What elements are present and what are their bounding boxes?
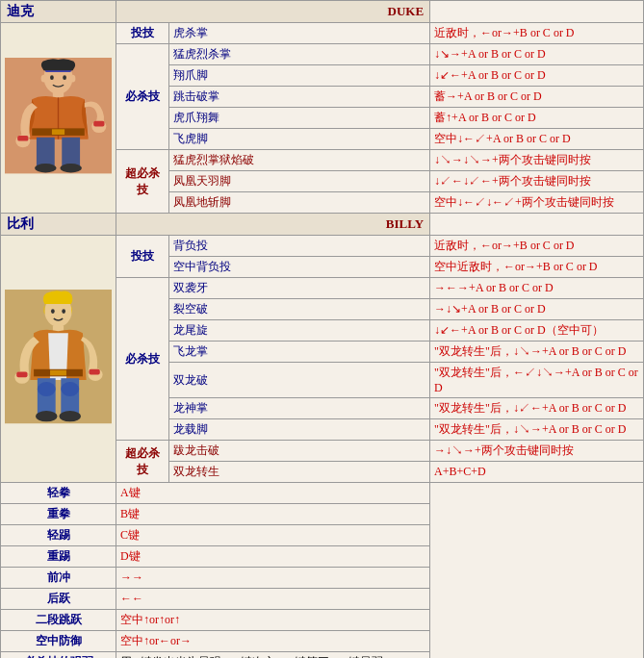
legend-label-7: 二段跳跃 [1,610,116,631]
billy-special-name-7: 龙载脚 [169,419,430,441]
svg-point-4 [63,76,66,81]
svg-point-14 [35,164,57,172]
svg-rect-13 [62,138,80,166]
duke-super-name-3: 凤凰地斩脚 [169,192,430,214]
billy-name-en: BILLY [116,214,430,236]
duke-super-cmd-1: ↓↘→↓↘→+两个攻击键同时按 [430,150,644,171]
billy-special-name-1: 双袭牙 [169,278,430,299]
legend-value-8: 空中↑or←or→ [116,631,430,652]
duke-super-cmd-2: ↓↙←↓↙←+两个攻击键同时按 [430,171,644,192]
billy-super-cmd-2: A+B+C+D [430,462,644,483]
billy-super-name-1: 跋龙击破 [169,441,430,462]
svg-point-31 [38,382,56,396]
note-label-1: 必杀技的强弱 [1,652,116,659]
duke-special-name-5: 飞虎脚 [169,129,430,150]
legend-row-1: 轻拳 A键 [1,483,644,504]
duke-super-name-2: 凤凰天羽脚 [169,171,430,192]
legend-label-2: 重拳 [1,504,116,525]
svg-rect-12 [37,138,55,166]
duke-name-cn: 迪克 [1,1,116,23]
svg-point-15 [60,164,82,172]
legend-label-1: 轻拳 [1,483,116,504]
duke-special-cmd-3: 蓄→+A or B or C or D [430,87,644,108]
svg-rect-9 [52,130,64,136]
page-container: 迪克 DUKE [0,0,644,658]
billy-super-cmd-1: →↓↘→+两个攻击键同时按 [430,441,644,462]
duke-special-type: 必杀技 [116,44,169,150]
billy-char-cell [1,236,116,483]
billy-special-cmd-7: "双龙转生"后，↓↘→+A or B or C or D [430,419,644,441]
legend-row-5: 前冲 →→ [1,568,644,589]
svg-rect-34 [89,369,99,375]
legend-value-5: →→ [116,568,430,589]
legend-row-3: 轻踢 C键 [1,525,644,546]
billy-special-cmd-4: "双龙转生"后，↓↘→+A or B or C or D [430,342,644,363]
billy-special-name-5: 双龙破 [169,363,430,398]
duke-super-name-1: 猛虎烈掌狱焰破 [169,150,430,171]
svg-point-30 [59,411,81,421]
note-row-1: 必杀技的强弱 用D键发出当为最强、C键次之、B键第三、A键最弱 [1,652,644,659]
legend-label-4: 重踢 [1,546,116,568]
billy-special-cmd-2: →↓↘+A or B or C or D [430,299,644,320]
duke-char-cell [1,23,116,214]
legend-label-5: 前冲 [1,568,116,589]
duke-throw-cmd-1: 近敌时，←or→+B or C or D [430,23,644,44]
duke-special-name-4: 虎爪翔舞 [169,108,430,129]
billy-special-cmd-6: "双龙转生"后，↓↙←+A or B or C or D [430,398,644,419]
duke-name-en: DUKE [116,1,430,23]
legend-row-4: 重踢 D键 [1,546,644,568]
billy-special-type: 必杀技 [116,278,169,441]
duke-avatar [5,58,112,173]
svg-point-32 [61,382,79,396]
billy-super-type: 超必杀技 [116,441,169,483]
legend-label-3: 轻踢 [1,525,116,546]
legend-value-4: D键 [116,546,430,568]
note-value-1: 用D键发出当为最强、C键次之、B键第三、A键最弱 [116,652,430,659]
duke-header-row: 迪克 DUKE [1,1,644,23]
svg-point-5 [41,75,47,83]
legend-value-2: B键 [116,504,430,525]
svg-rect-17 [93,121,104,127]
duke-throw-type: 投技 [116,23,169,44]
billy-super-name-2: 双龙转生 [169,462,430,483]
duke-special-cmd-2: ↓↙←+A or B or C or D [430,65,644,87]
legend-value-3: C键 [116,525,430,546]
billy-special-name-3: 龙尾旋 [169,320,430,342]
billy-special-cmd-1: →←→+A or B or C or D [430,278,644,299]
duke-special-name-2: 翔爪脚 [169,65,430,87]
legend-value-6: ←← [116,589,430,610]
duke-super-type: 超必杀技 [116,150,169,214]
billy-special-cmd-5: "双龙转生"后，←↙↓↘→+A or B or C or D [430,363,644,398]
legend-value-1: A键 [116,483,430,504]
legend-row-2: 重拳 B键 [1,504,644,525]
billy-special-name-6: 龙神掌 [169,398,430,419]
billy-avatar [5,290,112,423]
billy-throw-cmd-1: 近敌时，←or→+B or C or D [430,236,644,257]
legend-row-6: 后跃 ←← [1,589,644,610]
svg-point-21 [62,310,65,315]
legend-label-6: 后跃 [1,589,116,610]
svg-point-29 [36,411,58,421]
billy-special-cmd-3: ↓↙←+A or B or C or D（空中可） [430,320,644,342]
billy-special-name-2: 裂空破 [169,299,430,320]
duke-throw-row: 投技 虎杀掌 近敌时，←or→+B or C or D [1,23,644,44]
duke-special-cmd-5: 空中↓←↙+A or B or C or D [430,129,644,150]
legend-row-7: 二段跳跃 空中↑or↑or↑ [1,610,644,631]
billy-throw-cmd-2: 空中近敌时，←or→+B or C or D [430,257,644,278]
svg-point-6 [70,75,76,83]
main-table: 迪克 DUKE [0,0,644,658]
svg-point-3 [50,76,54,81]
duke-special-cmd-1: ↓↘→+A or B or C or D [430,44,644,65]
legend-row-8: 空中防御 空中↑or←or→ [1,631,644,652]
legend-label-8: 空中防御 [1,631,116,652]
svg-rect-26 [50,370,66,376]
billy-special-name-4: 飞龙掌 [169,342,430,363]
billy-throw-type: 投技 [116,236,169,278]
duke-special-name-3: 跳击破掌 [169,87,430,108]
billy-throw-row-1: 投技 背负投 近敌时，←or→+B or C or D [1,236,644,257]
billy-throw-name-2: 空中背负投 [169,257,430,278]
billy-header-row: 比利 BILLY [1,214,644,236]
billy-throw-name-1: 背负投 [169,236,430,257]
duke-special-name-1: 猛虎烈杀掌 [169,44,430,65]
svg-point-20 [51,310,55,315]
